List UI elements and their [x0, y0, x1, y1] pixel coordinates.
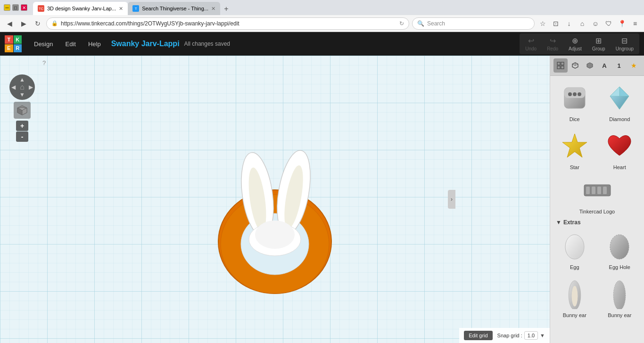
solid-cube-icon: [586, 62, 594, 69]
view-number-button[interactable]: 1: [612, 58, 626, 73]
emoji-icon[interactable]: ☺: [590, 18, 601, 29]
app: T K E R Design Edit Help Swanky Jarv-Lap…: [0, 32, 644, 343]
menu-help[interactable]: Help: [83, 38, 107, 50]
menu-edit[interactable]: Edit: [59, 38, 81, 50]
url-bar[interactable]: 🔒 https://www.tinkercad.com/things/2OTWy…: [46, 17, 409, 30]
shield-icon[interactable]: 🛡: [603, 18, 614, 29]
close-button[interactable]: ✕: [21, 4, 27, 11]
app-menu: Design Edit Help: [28, 38, 107, 50]
main-content: ▲ ▼ ◀ ▶ ⌂ + -: [0, 56, 644, 343]
shape-thumb-star: [558, 130, 591, 163]
svg-point-38: [610, 235, 629, 259]
tinkercad-logo[interactable]: T K E R: [5, 35, 22, 52]
view-favorites-button[interactable]: ★: [627, 58, 641, 73]
heart-svg: [604, 131, 635, 161]
snap-grid: Snap grid : 1.0 ▼: [497, 331, 545, 340]
browser-tab-1[interactable]: TC 3D design Swanky Jarv-Lap... ✕: [33, 2, 128, 15]
shape-thumb-heart: [603, 130, 636, 163]
tinkercad-logo-svg: [582, 182, 612, 199]
snap-value[interactable]: 1.0: [524, 331, 538, 340]
refresh-button[interactable]: ↻: [32, 18, 43, 29]
grid-icon: [557, 62, 564, 69]
browser-tab-2[interactable]: T Search Thingiverse - Thing... ✕: [128, 2, 220, 15]
home-icon[interactable]: ⌂: [577, 18, 587, 29]
download-icon[interactable]: ↓: [564, 18, 574, 29]
panel-toggle-button[interactable]: ›: [448, 190, 455, 209]
extras-label: Extras: [563, 219, 581, 226]
new-tab-button[interactable]: +: [220, 3, 232, 15]
undo-icon: ↩: [528, 36, 534, 45]
forward-button[interactable]: ▶: [18, 18, 29, 29]
tab-close-1[interactable]: ✕: [119, 6, 123, 12]
shape-item-heart[interactable]: Heart: [599, 128, 641, 172]
shape-item-bunny-ear-right[interactable]: Bunny ear: [599, 276, 641, 320]
undo-button[interactable]: ↩ Undo: [520, 34, 541, 53]
snap-grid-label: Snap grid :: [497, 333, 522, 338]
canvas-area[interactable]: ▲ ▼ ◀ ▶ ⌂ + -: [0, 56, 550, 343]
adjust-button[interactable]: ⊕ Adjust: [564, 34, 586, 53]
svg-rect-18: [557, 66, 560, 69]
group-icon: ⊞: [595, 36, 602, 45]
shape-item-dice[interactable]: Dice: [554, 80, 595, 124]
sync-icon[interactable]: ⊡: [551, 18, 561, 29]
ungroup-button[interactable]: ⊟ Ungroup: [611, 34, 638, 53]
extras-grid: Egg: [554, 228, 640, 320]
design-name[interactable]: Swanky Jarv-Lappi: [111, 40, 180, 48]
shape-thumb-tinkercad-logo: [581, 174, 614, 207]
shape-item-tinkercad-logo[interactable]: Tinkercad Logo: [554, 172, 640, 216]
app-title-area: Swanky Jarv-Lappi All changes saved: [111, 40, 515, 48]
svg-marker-29: [619, 87, 629, 96]
shape-name-heart: Heart: [613, 164, 626, 170]
svg-rect-34: [592, 187, 595, 194]
svg-marker-31: [562, 134, 587, 157]
tab-title-1: 3D design Swanky Jarv-Lap...: [47, 6, 116, 11]
menu-design[interactable]: Design: [28, 38, 58, 50]
view-grid-button[interactable]: [553, 58, 568, 73]
tab-title-2: Search Thingiverse - Thing...: [142, 6, 208, 11]
shape-thumb-dice: [558, 82, 591, 114]
design-svg: [181, 100, 369, 298]
view-solid-cube-button[interactable]: [583, 58, 597, 73]
back-button[interactable]: ◀: [4, 18, 15, 29]
tab-close-2[interactable]: ✕: [211, 6, 215, 12]
snap-dropdown-arrow[interactable]: ▼: [540, 333, 545, 338]
view-text-button[interactable]: A: [597, 58, 611, 73]
shape-thumb-bunny-ear-left: [558, 278, 591, 310]
search-bar[interactable]: 🔍 Search: [412, 17, 535, 30]
tab-favicon-2: T: [132, 5, 139, 12]
minimize-button[interactable]: ─: [4, 4, 10, 11]
logo-cell-cad: R: [14, 44, 22, 53]
svg-rect-17: [561, 62, 564, 65]
redo-button[interactable]: ↪ Redo: [542, 34, 563, 53]
view-cube-button[interactable]: [568, 58, 582, 73]
location-icon[interactable]: 📍: [617, 18, 627, 29]
bookmarks-icon[interactable]: ☆: [537, 18, 548, 29]
svg-point-26: [573, 92, 577, 96]
refresh-in-bar-icon[interactable]: ↻: [399, 20, 404, 27]
maximize-button[interactable]: □: [12, 4, 19, 11]
shapes-panel: Dice: [550, 76, 644, 343]
extras-collapse-arrow[interactable]: ▼: [556, 219, 561, 226]
shape-thumb-egg-hole: [603, 229, 636, 262]
svg-rect-35: [597, 187, 601, 194]
group-button[interactable]: ⊞ Group: [587, 34, 610, 53]
tool-group-history: ↩ Undo ↪ Redo ⊕ Adjust ⊞ Group ⊟ Ungro: [520, 33, 639, 54]
svg-rect-19: [561, 66, 564, 69]
shape-item-diamond[interactable]: Diamond: [599, 80, 641, 124]
shape-name-star: Star: [570, 164, 579, 170]
shape-item-star[interactable]: Star: [554, 128, 595, 172]
shape-thumb-bunny-ear-right: [603, 278, 636, 310]
saved-status: All changes saved: [184, 41, 230, 47]
shape-item-bunny-ear-left[interactable]: Bunny ear: [554, 276, 595, 320]
shape-item-egg-hole[interactable]: Egg Hole: [599, 228, 641, 272]
menu-icon[interactable]: ≡: [630, 18, 640, 29]
secure-icon: 🔒: [51, 20, 58, 26]
shape-item-egg[interactable]: Egg: [554, 228, 595, 272]
shape-thumb-diamond: [603, 82, 636, 114]
search-placeholder: Search: [427, 20, 445, 27]
shape-name-egg-hole: Egg Hole: [609, 264, 630, 270]
browser-titlebar: ─ □ ✕ TC 3D design Swanky Jarv-Lap... ✕ …: [0, 0, 644, 15]
edit-grid-button[interactable]: Edit grid: [464, 331, 492, 340]
svg-line-22: [572, 64, 575, 65]
svg-rect-16: [557, 62, 560, 65]
